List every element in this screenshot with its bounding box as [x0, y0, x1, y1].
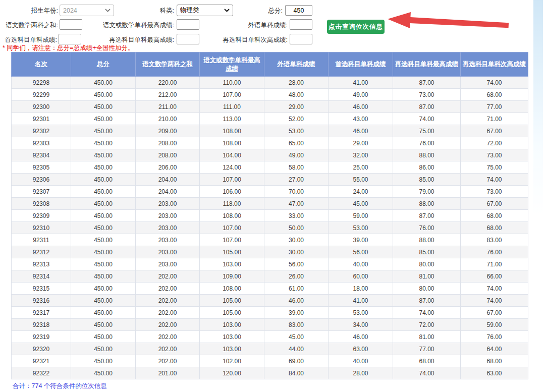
table-cell: 40.00 — [329, 258, 393, 270]
table-cell: 32.00 — [329, 149, 393, 161]
table-cell: 220.00 — [136, 77, 200, 89]
table-cell: 81.00 — [393, 270, 461, 283]
category-select[interactable]: 物理类 — [177, 5, 233, 16]
table-cell: 74.00 — [461, 174, 528, 186]
table-cell: 53.00 — [329, 307, 393, 319]
table-cell: 87.00 — [393, 210, 461, 222]
table-cell: 450.00 — [71, 331, 136, 343]
table-cell: 107.00 — [200, 174, 264, 186]
table-cell: 204.00 — [136, 186, 200, 198]
table-cell: 92316 — [12, 295, 71, 307]
table-cell: 53.00 — [329, 222, 393, 234]
column-header[interactable]: 总分 — [71, 52, 136, 77]
table-cell: 30.00 — [264, 234, 329, 246]
table-cell: 204.00 — [136, 174, 200, 186]
table-cell: 450.00 — [71, 343, 136, 355]
foreign-lang-input[interactable] — [290, 19, 312, 30]
reselect-second-input[interactable] — [290, 34, 312, 44]
table-cell: 83.00 — [461, 234, 528, 246]
table-cell: 76.00 — [461, 331, 528, 343]
table-cell: 92303 — [12, 137, 71, 149]
table-cell: 108.00 — [200, 210, 264, 222]
table-cell: 30.00 — [264, 246, 329, 258]
table-cell: 92300 — [12, 101, 71, 113]
table-cell: 85.00 — [393, 174, 461, 186]
column-header[interactable]: 再选科目单科最高成绩 — [393, 52, 461, 77]
table-cell: 69.00 — [264, 355, 329, 367]
table-cell: 71.00 — [461, 113, 528, 125]
reselect-max-input[interactable] — [177, 34, 199, 44]
table-cell: 46.00 — [329, 101, 393, 113]
table-cell: 92306 — [12, 174, 71, 186]
table-cell: 202.00 — [136, 355, 200, 367]
table-cell: 68.00 — [461, 89, 528, 101]
column-header[interactable]: 外语单科成绩 — [264, 52, 329, 77]
result-count-summary: 合计：774 个符合条件的位次信息 — [13, 382, 107, 390]
column-header[interactable]: 首选科目单科成绩 — [329, 52, 393, 77]
chinese-math-sum-input[interactable] — [60, 19, 82, 30]
table-row: 92311450.00203.00107.0030.0039.0088.0083… — [12, 234, 528, 246]
table-row: 92312450.00203.00105.0030.0056.0085.0076… — [12, 246, 528, 258]
table-cell: 26.00 — [264, 270, 329, 283]
table-cell: 39.00 — [264, 307, 329, 319]
table-row: 92300450.00211.00111.0029.0046.0087.0077… — [12, 101, 528, 113]
table-cell: 56.00 — [264, 258, 329, 270]
table-cell: 40.00 — [329, 355, 393, 367]
table-cell: 92305 — [12, 161, 71, 174]
year-select[interactable]: 2024 — [60, 5, 114, 16]
table-cell: 450.00 — [71, 101, 136, 113]
table-cell: 68.00 — [461, 355, 528, 367]
table-cell: 65.00 — [264, 137, 329, 149]
table-cell: 450.00 — [71, 113, 136, 125]
table-cell: 72.00 — [461, 137, 528, 149]
table-cell: 52.00 — [264, 113, 329, 125]
category-label: 科类: — [126, 7, 174, 15]
table-cell: 450.00 — [71, 307, 136, 319]
column-header[interactable]: 语文数学两科之和 — [136, 52, 200, 77]
table-cell: 450.00 — [71, 283, 136, 295]
table-cell: 203.00 — [136, 210, 200, 222]
table-cell: 103.00 — [200, 258, 264, 270]
score-notice: * 同学们，请注意：总分=总成绩+全国性加分。 — [3, 44, 134, 52]
table-cell: 63.00 — [461, 367, 528, 379]
table-cell: 86.00 — [393, 161, 461, 174]
red-arrow-icon — [386, 10, 511, 35]
table-cell: 75.00 — [393, 125, 461, 137]
table-cell: 203.00 — [136, 234, 200, 246]
first-choice-input[interactable] — [59, 34, 81, 44]
table-row: 92315450.00202.00108.0061.0018.0080.0074… — [12, 283, 528, 295]
table-cell: 39.00 — [329, 234, 393, 246]
table-cell: 49.00 — [264, 149, 329, 161]
table-cell: 102.00 — [200, 355, 264, 367]
table-cell: 92309 — [12, 210, 71, 222]
table-cell: 106.00 — [200, 186, 264, 198]
table-row: 92304450.00208.00104.0049.0032.0088.0073… — [12, 149, 528, 161]
table-cell: 110.00 — [200, 77, 264, 89]
column-header[interactable]: 语文或数学单科最高成绩 — [200, 52, 264, 77]
table-cell: 124.00 — [200, 161, 264, 174]
table-cell: 107.00 — [200, 222, 264, 234]
total-score-label: 总分: — [243, 7, 283, 15]
chevron-down-icon — [105, 9, 111, 12]
table-cell: 118.00 — [200, 198, 264, 210]
column-header[interactable]: 再选科目单科次高成绩 — [461, 52, 528, 77]
table-cell: 92322 — [12, 367, 71, 379]
table-cell: 58.00 — [264, 161, 329, 174]
chinese-or-math-max-input[interactable] — [177, 19, 199, 30]
table-cell: 111.00 — [200, 101, 264, 113]
table-cell: 107.00 — [200, 89, 264, 101]
table-cell: 203.00 — [136, 258, 200, 270]
table-cell: 92301 — [12, 113, 71, 125]
table-cell: 76.00 — [393, 222, 461, 234]
year-label: 招生年份: — [0, 7, 58, 15]
column-header[interactable]: 名次 — [12, 52, 71, 77]
table-cell: 210.00 — [136, 113, 200, 125]
table-cell: 28.00 — [264, 77, 329, 89]
table-cell: 211.00 — [136, 101, 200, 113]
table-cell: 75.00 — [461, 161, 528, 174]
table-row: 92309450.00203.00108.0033.0059.0087.0068… — [12, 210, 528, 222]
table-row: 92306450.00204.00107.0027.0055.0085.0074… — [12, 174, 528, 186]
total-score-input[interactable] — [285, 5, 312, 16]
query-rank-button[interactable]: 点击查询位次信息 — [327, 20, 385, 34]
table-cell: 73.00 — [393, 89, 461, 101]
